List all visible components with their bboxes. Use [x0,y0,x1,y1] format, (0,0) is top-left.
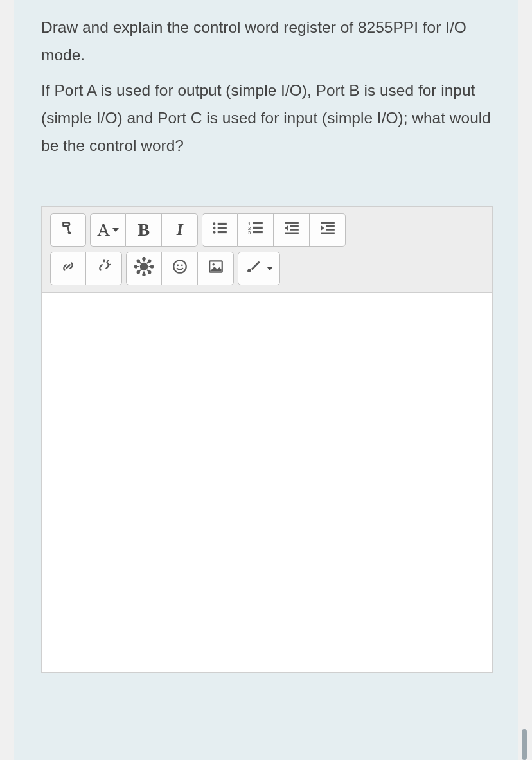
page-container: Draw and explain the control word regist… [0,0,532,760]
svg-rect-13 [290,225,299,227]
smiley-button[interactable] [162,252,198,285]
svg-rect-15 [285,232,299,234]
bold-label: B [137,220,150,240]
italic-label: I [177,220,183,240]
virus-icon [134,257,154,281]
svg-point-30 [137,260,140,262]
svg-rect-17 [326,225,335,227]
unlink-button[interactable] [86,252,122,285]
unlink-icon [96,258,112,279]
svg-point-20 [140,263,148,271]
virus-button[interactable] [126,252,162,285]
paragraph-button[interactable] [50,213,86,247]
question-paragraph-2: If Port A is used for output (simple I/O… [41,77,493,160]
image-icon [208,258,224,279]
bullet-list-icon [211,220,228,241]
image-button[interactable] [198,252,234,285]
svg-rect-19 [321,232,335,234]
italic-button[interactable]: I [162,213,198,247]
indent-icon [319,220,336,241]
brush-icon [245,258,262,279]
svg-rect-9 [253,227,262,229]
editor-toolbar: A B I [42,207,492,293]
font-label: A [97,220,110,240]
content-area: Draw and explain the control word regist… [14,0,518,673]
svg-point-38 [177,264,179,266]
rich-text-editor: A B I [41,206,493,673]
svg-point-41 [212,263,214,265]
bullet-list-button[interactable] [202,213,238,247]
toolbar-row-2 [50,252,484,285]
svg-text:3: 3 [248,230,251,236]
outdent-icon [283,220,300,241]
svg-point-32 [148,271,151,274]
svg-point-36 [148,260,151,262]
svg-point-39 [181,264,182,266]
bold-button[interactable]: B [126,213,162,247]
link-icon [60,258,76,279]
svg-point-4 [213,231,215,233]
question-text: Draw and explain the control word regist… [41,14,493,159]
scrollbar-thumb[interactable] [522,729,527,760]
number-list-button[interactable]: 1 2 3 [238,213,274,247]
outdent-button[interactable] [274,213,310,247]
font-dropdown-button[interactable]: A [90,213,126,247]
svg-point-2 [213,227,215,229]
question-paragraph-1: Draw and explain the control word regist… [41,14,493,69]
smiley-icon [172,258,188,279]
svg-rect-7 [253,222,262,224]
paragraph-icon [60,220,76,241]
svg-rect-3 [218,227,227,229]
editor-textarea[interactable] [42,293,492,672]
brush-dropdown-button[interactable] [238,252,280,285]
svg-point-34 [137,271,140,274]
svg-rect-14 [290,229,299,231]
svg-point-22 [143,258,145,260]
svg-point-28 [151,265,154,268]
svg-rect-12 [285,222,299,224]
number-list-icon: 1 2 3 [247,220,264,241]
svg-rect-11 [253,231,262,233]
svg-rect-18 [326,229,335,231]
svg-point-26 [135,265,137,268]
link-button[interactable] [50,252,86,285]
svg-point-24 [143,274,145,276]
svg-rect-1 [218,223,227,225]
svg-rect-5 [218,231,227,233]
svg-point-0 [213,222,215,225]
chevron-down-icon [112,228,119,232]
svg-point-37 [173,260,186,273]
indent-button[interactable] [310,213,346,247]
svg-rect-16 [321,222,335,224]
chevron-down-icon [267,267,273,270]
toolbar-row-1: A B I [50,213,484,247]
